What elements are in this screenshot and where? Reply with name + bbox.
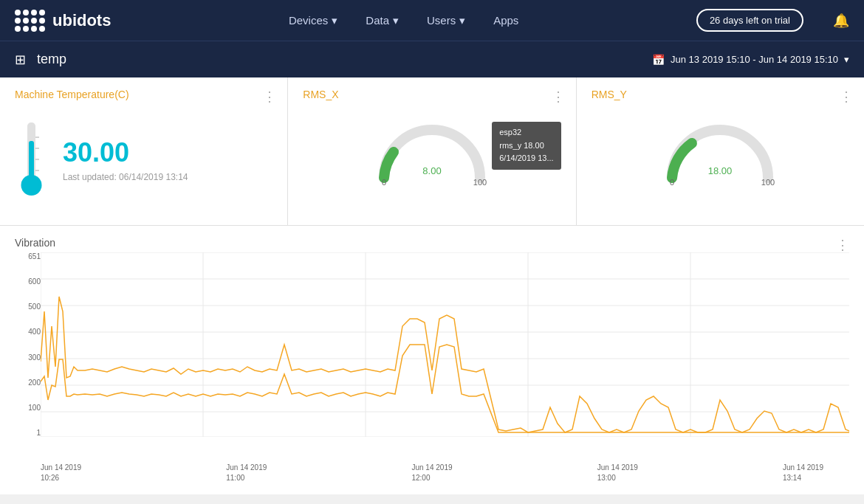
y-label: 400 [15,328,41,336]
y-axis-labels: 651 600 500 400 300 200 100 1 [15,252,41,437]
nav-devices[interactable]: Devices ▾ [278,8,348,33]
temp-last-updated: Last updated: 06/14/2019 13:14 [63,172,188,182]
nav-items: Devices ▾ Data ▾ Users ▾ Apps [133,8,673,33]
widget-temperature: Machine Temperature(C) ⋮ 30.00 Last upda… [0,77,288,225]
thermometer-icon [15,115,48,204]
widget-menu-icon[interactable]: ⋮ [552,89,565,105]
temp-value: 30.00 [63,137,188,168]
x-label: Jun 14 2019 10:26 [41,463,81,483]
y-label: 200 [15,379,41,387]
tooltip-device: esp32 [499,126,553,139]
chart-menu-icon[interactable]: ⋮ [836,237,849,253]
widgets-row: Machine Temperature(C) ⋮ 30.00 Last upda… [0,77,864,226]
tooltip-date: 6/14/2019 13... [499,152,553,165]
chevron-down-icon: ▾ [844,54,849,65]
chart-title: Vibration [15,237,849,249]
y-label: 1 [15,429,41,437]
y-label: 651 [15,252,41,260]
chevron-down-icon: ▾ [332,14,337,27]
x-label: Jun 14 2019 13:14 [783,463,823,483]
bell-icon[interactable]: 🔔 [833,13,849,29]
svg-text:100: 100 [761,178,775,185]
logo-text: ubidots [52,11,111,30]
widget-menu-icon[interactable]: ⋮ [840,89,853,105]
date-range-picker[interactable]: 📅 Jun 13 2019 15:10 - Jun 14 2019 15:10 … [652,54,849,66]
widget-temp-title: Machine Temperature(C) [15,89,272,100]
gauge-x-svg: 8.00 0 100 [373,115,491,185]
y-label: 100 [15,404,41,412]
navbar: ubidots Devices ▾ Data ▾ Users ▾ Apps 26… [0,0,864,41]
vibration-chart-svg: .grid-line { stroke: #e8e8e8; stroke-wid… [41,252,849,437]
gauge-x: 8.00 0 100 [373,115,491,182]
svg-rect-1 [29,141,34,179]
svg-text:100: 100 [473,178,487,185]
widget-rms-y: RMS_Y ⋮ 18.00 0 100 [577,77,864,225]
nav-data[interactable]: Data ▾ [355,8,409,33]
y-label: 500 [15,303,41,311]
svg-point-3 [24,178,39,193]
chevron-down-icon: ▾ [459,14,465,27]
logo[interactable]: ubidots [15,10,111,32]
widget-rms-x: RMS_X ⋮ 8.00 0 100 esp32 rms_y 18.00 6/1… [288,77,576,225]
widget-rmsy-title: RMS_Y [592,89,849,100]
nav-users[interactable]: Users ▾ [416,8,476,33]
chart-container: 651 600 500 400 300 200 100 1 .grid-line… [15,252,849,459]
chevron-down-icon: ▾ [393,14,399,27]
dashboard-title: temp [37,52,66,67]
svg-text:0: 0 [382,178,386,185]
x-label: Jun 14 2019 11:00 [226,463,267,483]
subnav: ⊞ temp 📅 Jun 13 2019 15:10 - Jun 14 2019… [0,41,864,77]
gauge-y: 18.00 0 100 [661,115,779,182]
chart-section: Vibration ⋮ 651 600 500 400 300 200 100 … [0,226,864,494]
svg-text:0: 0 [670,178,674,185]
logo-dots [15,10,45,32]
y-label: 600 [15,277,41,286]
svg-text:18.00: 18.00 [708,165,733,176]
temp-content: 30.00 Last updated: 06/14/2019 13:14 [15,108,272,211]
calendar-icon: 📅 [652,54,665,66]
gauge-y-svg: 18.00 0 100 [661,115,779,185]
x-axis-labels: Jun 14 2019 10:26 Jun 14 2019 11:00 Jun … [15,459,849,483]
gauge-y-container: 18.00 0 100 [592,108,849,189]
x-label: Jun 14 2019 12:00 [411,463,452,483]
y-label: 300 [15,353,41,362]
svg-text:8.00: 8.00 [422,165,441,176]
widget-menu-icon[interactable]: ⋮ [263,89,276,105]
widget-rmsx-title: RMS_X [303,89,560,100]
gauge-tooltip: esp32 rms_y 18.00 6/14/2019 13... [492,122,560,170]
tooltip-value: rms_y 18.00 [499,139,553,153]
date-range-text: Jun 13 2019 15:10 - Jun 14 2019 15:10 [671,54,838,65]
trial-button[interactable]: 26 days left on trial [696,9,803,32]
grid-icon: ⊞ [15,52,26,68]
nav-apps[interactable]: Apps [483,8,529,32]
x-label: Jun 14 2019 13:00 [597,463,638,483]
